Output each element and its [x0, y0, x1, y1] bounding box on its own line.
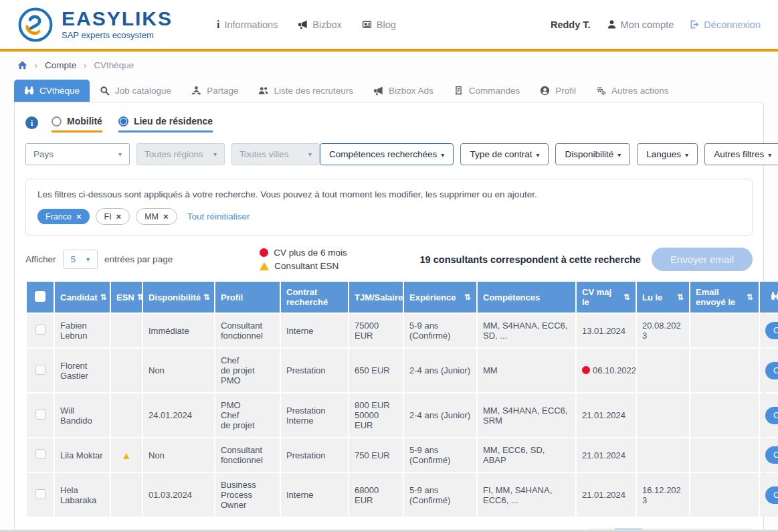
cv-button[interactable]: CV [765, 322, 778, 339]
view-column-header [760, 282, 778, 313]
cell-disponibilite: Non [143, 349, 214, 392]
close-icon[interactable]: × [76, 211, 82, 221]
pagination-prev[interactable]: ‹ [587, 529, 615, 532]
header-nav-bizbox[interactable]: Bizbox [298, 19, 342, 31]
brand-tagline: SAP experts ecosystem [62, 30, 173, 40]
filter-button-type-de-contrat[interactable]: Type de contrat▾ [460, 143, 549, 165]
select-all-checkbox[interactable] [35, 291, 45, 302]
breadcrumb-item-compte[interactable]: Compte [45, 60, 76, 70]
legend-item: CV plus de 6 mois [260, 248, 347, 258]
header-nav-informations[interactable]: iInformations [217, 19, 278, 31]
close-icon[interactable]: × [163, 211, 169, 221]
breadcrumb-separator: › [35, 61, 37, 70]
home-icon[interactable] [17, 60, 27, 70]
location-selects: Pays▾Toutes régions▾Toutes villes▾ [25, 143, 320, 165]
filter-chip-mm[interactable]: MM× [136, 208, 177, 225]
pagination-page-4[interactable]: 4 [697, 529, 725, 532]
cell-lu-le: 16.12.2023 [637, 473, 689, 517]
header-nav: iInformationsBizboxBlog [217, 19, 396, 31]
chevron-down-icon: ▾ [685, 151, 688, 159]
newspaper-icon [362, 19, 372, 29]
cell-disponibilite: Immédiate [143, 314, 214, 347]
cell-tjm: 800 EUR 50000 EUR [349, 393, 403, 437]
cell-cv-maj-le: 21.01.2024 [577, 393, 636, 437]
header-nav-blog[interactable]: Blog [362, 19, 396, 31]
pagination-page-2[interactable]: 2 [642, 529, 670, 532]
reset-all-link[interactable]: Tout réinitialiser [187, 211, 250, 221]
radio-button-icon[interactable] [52, 116, 62, 126]
pagination-page-3[interactable]: 3 [670, 529, 698, 532]
cell-candidat: Fabien Lebrun [55, 314, 110, 347]
column-header-disponibilité[interactable]: Disponibilité⇅ [143, 282, 214, 313]
sort-icon[interactable]: ⇅ [677, 292, 684, 302]
my-account-link[interactable]: Mon compte [607, 19, 674, 30]
radio-button-icon[interactable] [118, 116, 128, 126]
select-pays[interactable]: Pays▾ [25, 143, 130, 165]
logout-link[interactable]: Déconnexion [690, 19, 761, 30]
cell-competences: MM [478, 349, 575, 392]
breadcrumb-item-cvtheque: CVthèque [94, 60, 134, 70]
radio-lieu-de-résidence[interactable]: Lieu de résidence [118, 116, 213, 132]
sort-icon[interactable]: ⇅ [623, 292, 630, 302]
cell-competences: MM, S4HANA, ECC6, SD, ... [478, 314, 575, 347]
tab-cvthèque[interactable]: CVthèque [14, 80, 90, 102]
sort-icon[interactable]: ⇅ [203, 292, 210, 302]
receipt-icon [454, 86, 464, 96]
cell-lu-le [637, 349, 689, 392]
pagination-page-1[interactable]: 1 [615, 529, 643, 532]
cell-competences: MM, S4HANA, ECC6, SRM [478, 393, 575, 437]
tab-bizbox-ads[interactable]: Bizbox Ads [363, 80, 444, 102]
megaphone-icon [298, 19, 308, 29]
tab-autres-actions[interactable]: Autres actions [586, 80, 679, 102]
cell-esn: ▲ [111, 438, 142, 472]
user-zone: Reddy T. Mon compte Déconnexion [551, 19, 761, 30]
select-toutes-régions[interactable]: Toutes régions▾ [136, 143, 225, 165]
column-header-email-envoyé-le[interactable]: Email envoyé le⇅ [690, 282, 759, 313]
filter-button-compétences-recherchées[interactable]: Compétences recherchées▾ [320, 143, 454, 165]
column-header-cv-maj-le[interactable]: CV maj le⇅ [577, 282, 636, 313]
cell-candidat: Florent Gastier [55, 349, 110, 392]
row-checkbox[interactable] [35, 489, 45, 499]
close-icon[interactable]: × [116, 211, 122, 221]
cv-button[interactable]: CV [765, 446, 778, 464]
column-header-candidat[interactable]: Candidat⇅ [55, 282, 110, 313]
column-header-expérience[interactable]: Expérience⇅ [404, 282, 476, 313]
tab-liste-des-recruteurs[interactable]: Liste des recruteurs [248, 80, 363, 102]
column-header-esn[interactable]: ESN⇅ [111, 282, 142, 313]
brand-logo[interactable]: EASYLIKS SAP experts ecosystem [17, 7, 173, 43]
filter-chip-fi[interactable]: FI× [96, 208, 130, 225]
cell-esn [111, 314, 142, 347]
select-toutes-villes[interactable]: Toutes villes▾ [231, 143, 320, 165]
send-email-button[interactable]: Envoyer email [652, 248, 753, 271]
filter-button-langues[interactable]: Langues▾ [637, 143, 698, 165]
column-header-lu-le[interactable]: Lu le⇅ [637, 282, 689, 313]
radio-mobilité[interactable]: Mobilité [52, 116, 102, 132]
cell-experience: 5-9 ans (Confirmé) [404, 438, 476, 472]
tab-profil[interactable]: Profil [530, 80, 586, 102]
cell-email-envoye-le [690, 473, 759, 517]
row-checkbox[interactable] [35, 449, 45, 459]
cell-tjm: 750 EUR [349, 438, 403, 472]
sort-icon[interactable]: ⇅ [137, 292, 144, 302]
row-checkbox[interactable] [35, 325, 45, 335]
share-users-icon [191, 86, 201, 96]
tab-job-catalogue[interactable]: Job catalogue [90, 80, 181, 102]
cell-experience: 5-9 ans (Confirmé) [404, 473, 476, 517]
filter-button-disponibilité[interactable]: Disponibilité▾ [555, 143, 630, 165]
legend-item: Consultant ESN [260, 261, 347, 271]
filter-chip-france[interactable]: France× [37, 209, 90, 224]
cv-button[interactable]: CV [765, 407, 778, 424]
cv-button[interactable]: CV [765, 486, 778, 504]
filter-button-autres-filtres[interactable]: Autres filtres▾ [704, 143, 778, 165]
cv-button[interactable]: CV [765, 362, 778, 379]
sort-icon[interactable]: ⇅ [100, 292, 107, 302]
sort-icon[interactable]: ⇅ [747, 292, 753, 302]
page-size-select[interactable]: 5▾ [63, 250, 98, 269]
row-checkbox[interactable] [35, 410, 45, 420]
table-row: Florent GastierNonChef de projet PMOPres… [27, 349, 778, 392]
pagination-next[interactable]: › [724, 529, 753, 532]
sort-icon[interactable]: ⇅ [464, 292, 471, 302]
tab-commandes[interactable]: Commandes [444, 80, 530, 102]
row-checkbox[interactable] [35, 365, 45, 375]
tab-partage[interactable]: Partage [181, 80, 248, 102]
